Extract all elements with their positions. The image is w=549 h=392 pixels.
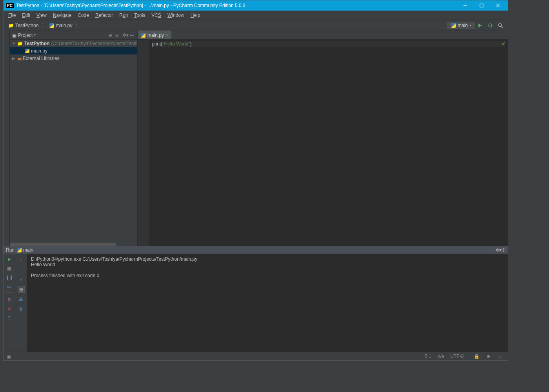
settings-icon[interactable]: ✲▾ [122, 33, 129, 38]
menu-help[interactable]: Help [187, 11, 204, 19]
up-button[interactable]: ↑ [18, 256, 25, 263]
tool-windows-button[interactable]: ▣ [7, 354, 11, 359]
chevron-down-icon: ▾ [34, 33, 36, 37]
hide-run-icon[interactable]: ↧ [502, 247, 505, 253]
project-panel-title: Project [18, 33, 33, 38]
menu-view[interactable]: View [33, 11, 50, 19]
menu-vcs[interactable]: VCS [148, 11, 164, 19]
project-view-icon: ▣ [12, 33, 16, 38]
pause-button[interactable]: ❚❚ [6, 274, 13, 281]
libraries-icon [18, 56, 21, 61]
svg-point-5 [489, 24, 492, 27]
close-run-button[interactable]: ✕ [6, 306, 13, 312]
menu-window[interactable]: Window [164, 11, 187, 19]
status-line-sep[interactable]: n/a [434, 354, 447, 359]
close-tab-icon[interactable]: × [166, 33, 168, 38]
divider [6, 292, 13, 294]
sidebar-h-scrollbar[interactable] [10, 243, 137, 246]
chevron-right-icon: 〉 [41, 22, 47, 29]
chevron-down-icon: ▾ [470, 24, 471, 27]
svg-rect-13 [7, 267, 11, 270]
dump-button[interactable]: ▭ [6, 283, 13, 290]
run-button[interactable] [475, 21, 485, 30]
memory-indicator[interactable]: ▭ [494, 354, 505, 359]
python-icon [451, 23, 456, 28]
tree-file-label: main.py [31, 48, 47, 54]
svg-marker-4 [478, 24, 482, 27]
folder-icon [17, 41, 23, 46]
rerun-button[interactable] [6, 256, 13, 263]
app-badge: PC [6, 3, 14, 8]
svg-marker-12 [8, 258, 11, 261]
minimize-button[interactable] [457, 0, 473, 11]
chevron-right-icon: 〉 [75, 22, 81, 29]
breadcrumb-bar: TestPython 〉 main.py 〉 main ▾ [4, 20, 508, 31]
status-caret-pos[interactable]: 5:1 [422, 354, 434, 359]
run-panel-config-name: main [23, 247, 33, 253]
svg-line-11 [501, 26, 503, 28]
readonly-lock-icon[interactable]: 🔒 [471, 354, 483, 359]
hide-icon[interactable]: ↤ [129, 33, 135, 38]
menu-edit[interactable]: Edit [19, 11, 33, 19]
editor-area: main.py × print("Hello World") ✔ [138, 31, 508, 246]
down-button[interactable]: ↓ [18, 266, 25, 273]
stop-button[interactable] [6, 265, 13, 272]
debug-button[interactable] [485, 21, 495, 30]
menu-code[interactable]: Code [75, 11, 92, 19]
menu-navigate[interactable]: Navigate [50, 11, 75, 19]
editor-tab-main[interactable]: main.py × [138, 31, 171, 39]
pin-button[interactable]: ⚲ [6, 297, 13, 303]
run-left-toolbar: ❚❚ ▭ ⚲ ✕ ? [4, 254, 15, 352]
clear-button[interactable]: 🗑 [18, 305, 25, 312]
print-button[interactable]: 🖶 [18, 296, 25, 303]
breadcrumb-project-label: TestPython [15, 23, 38, 28]
tree-file-main[interactable]: main.py [10, 47, 137, 54]
python-file-icon [141, 33, 145, 38]
python-file-icon [49, 23, 54, 28]
project-panel-header[interactable]: ▣ Project ▾ ⊕ ⇲ | ✲▾ ↤ [10, 31, 137, 40]
status-encoding[interactable]: UTF-8 ÷ [447, 354, 471, 359]
breadcrumb-project[interactable]: TestPython [6, 22, 41, 29]
run-config-label: main [458, 23, 468, 28]
main-area: ▣ Project ▾ ⊕ ⇲ | ✲▾ ↤ ▼ TestPython (C:\… [4, 31, 508, 246]
scroll-to-end-button[interactable]: ▤ [18, 286, 25, 293]
help-button[interactable]: ? [6, 315, 13, 321]
console-output[interactable]: D:\Python34\python.exe C:/Users/Toshiya/… [27, 254, 508, 352]
target-icon[interactable]: ⊕ [107, 33, 113, 38]
project-sidebar: ▣ Project ▾ ⊕ ⇲ | ✲▾ ↤ ▼ TestPython (C:\… [10, 31, 138, 246]
soft-wrap-button[interactable]: ⤶ [18, 276, 25, 283]
search-button[interactable] [495, 21, 505, 30]
collapse-icon[interactable]: ⇲ [113, 33, 120, 38]
editor-gutter[interactable] [138, 40, 149, 246]
menu-file[interactable]: File [5, 11, 19, 19]
disclosure-down-icon[interactable]: ▼ [12, 42, 16, 45]
editor-tabbar: main.py × [138, 31, 508, 40]
left-tool-gutter[interactable] [4, 31, 10, 246]
tree-external-libraries[interactable]: ▶ External Libraries [10, 54, 137, 62]
gear-icon[interactable]: ✲▾ [495, 247, 502, 253]
maximize-button[interactable] [473, 0, 490, 11]
close-button[interactable] [490, 0, 506, 11]
project-tree[interactable]: ▼ TestPython (C:\Users\Toshiya\PycharmPr… [10, 40, 137, 243]
tree-project-name: TestPython [24, 41, 49, 46]
inspector-icon[interactable]: ☻ [483, 354, 494, 359]
run-panel-header[interactable]: Run main ✲▾ ↧ [4, 246, 508, 254]
run-panel: Run main ✲▾ ↧ ❚❚ ▭ ⚲ ✕ ? ↑ ↓ ⤶ ▤ 🖶 🗑 D:\… [4, 246, 508, 352]
menu-refactor[interactable]: Refactor [92, 11, 116, 19]
breadcrumb-file[interactable]: main.py [47, 22, 75, 29]
menu-run[interactable]: Run [116, 11, 131, 19]
disclosure-right-icon[interactable]: ▶ [12, 56, 16, 60]
breadcrumb-file-label: main.py [56, 23, 72, 28]
run-panel-label: Run [6, 247, 15, 253]
folder-icon [8, 23, 14, 28]
editor-body[interactable]: print("Hello World") ✔ [138, 40, 508, 246]
tree-project-root[interactable]: ▼ TestPython (C:\Users\Toshiya\PycharmPr… [10, 40, 137, 47]
analysis-ok-icon[interactable]: ✔ [502, 41, 505, 47]
run-panel-body: ❚❚ ▭ ⚲ ✕ ? ↑ ↓ ⤶ ▤ 🖶 🗑 D:\Python34\pytho… [4, 254, 508, 352]
tree-ext-libs-label: External Libraries [23, 56, 59, 61]
menu-tools[interactable]: Tools [131, 11, 148, 19]
run-config-selector[interactable]: main ▾ [447, 22, 475, 29]
menubar: File Edit View Navigate Code Refactor Ru… [4, 11, 508, 20]
code-content[interactable]: print("Hello World") [149, 40, 508, 246]
svg-point-10 [498, 24, 502, 27]
